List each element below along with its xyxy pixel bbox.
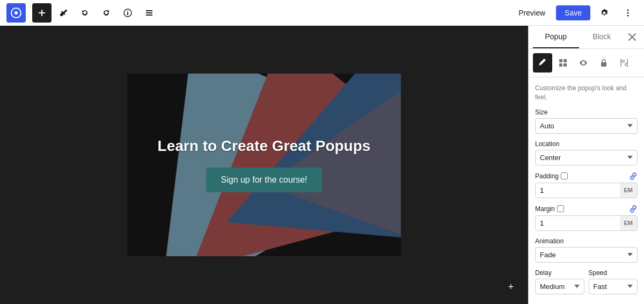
add-block-toolbar-button[interactable] xyxy=(32,3,52,23)
svg-rect-3 xyxy=(39,12,45,13)
sidebar-description: Customize the popup's look and feel. xyxy=(535,84,638,102)
svg-rect-15 xyxy=(559,63,562,67)
svg-point-12 xyxy=(627,15,629,16)
margin-input-group: 1 EM xyxy=(535,215,638,231)
svg-rect-8 xyxy=(146,12,152,13)
margin-link-button[interactable] xyxy=(629,205,638,213)
svg-rect-14 xyxy=(564,59,567,62)
svg-rect-13 xyxy=(559,59,562,62)
margin-input[interactable]: 1 xyxy=(536,216,620,230)
lock-icon-button[interactable] xyxy=(594,53,613,73)
popup-content: Learn to Create Great Popups Sign up for… xyxy=(127,74,401,256)
padding-link-checkbox[interactable] xyxy=(561,172,568,179)
list-view-button[interactable] xyxy=(140,3,159,23)
padding-input-group: 1 EM xyxy=(535,183,638,198)
sidebar-tabs: Popup Block xyxy=(529,26,644,49)
plus-icon: + xyxy=(508,281,514,293)
sidebar-icon-row xyxy=(529,49,644,77)
advanced-icon-button[interactable] xyxy=(614,53,634,73)
popup-title: Learn to Create Great Popups xyxy=(158,137,371,155)
canvas-area: Learn to Create Great Popups Sign up for… xyxy=(0,26,528,304)
padding-label-row: Padding xyxy=(535,172,568,180)
speed-select[interactable]: Slow Normal Fast xyxy=(589,279,638,294)
delay-select[interactable]: None Short Medium Long xyxy=(535,279,584,294)
size-select[interactable]: Auto Small Medium Large Full Width xyxy=(535,118,638,134)
sidebar-close-button[interactable] xyxy=(625,30,640,45)
add-block-button[interactable]: + xyxy=(502,278,519,295)
sidebar: Popup Block Custom xyxy=(528,26,644,304)
preview-button[interactable]: Preview xyxy=(512,5,552,20)
svg-rect-17 xyxy=(601,62,606,67)
location-field-group: Location Center Top Left Top Right Botto… xyxy=(535,140,638,165)
location-label: Location xyxy=(535,140,638,148)
animation-field-group: Animation Fade Slide Zoom None xyxy=(535,237,638,263)
animation-select[interactable]: Fade Slide Zoom None xyxy=(535,247,638,263)
svg-rect-7 xyxy=(146,10,152,11)
svg-point-4 xyxy=(127,11,128,12)
redo-button[interactable] xyxy=(97,3,116,23)
svg-point-1 xyxy=(14,11,18,15)
speed-label: Speed xyxy=(589,269,638,277)
svg-rect-5 xyxy=(127,12,128,15)
padding-unit: EM xyxy=(620,183,638,198)
tab-block[interactable]: Block xyxy=(579,26,625,48)
top-toolbar: Preview Save xyxy=(0,0,644,26)
padding-field-group: Padding 1 EM xyxy=(535,172,638,198)
overlay-toggle-row: Add overlay behind popup xyxy=(535,301,638,304)
margin-unit: EM xyxy=(620,216,638,230)
size-field-group: Size Auto Small Medium Large Full Width xyxy=(535,108,638,134)
svg-point-11 xyxy=(627,12,629,13)
layout-icon-button[interactable] xyxy=(553,53,573,73)
style-icon-button[interactable] xyxy=(533,53,552,73)
margin-link-checkbox[interactable] xyxy=(557,205,564,212)
padding-link-button[interactable] xyxy=(629,172,638,180)
settings-button[interactable] xyxy=(595,3,614,23)
visibility-icon-button[interactable] xyxy=(574,53,593,73)
margin-label-row: Margin xyxy=(535,205,564,213)
size-label: Size xyxy=(535,108,638,116)
padding-input[interactable]: 1 xyxy=(536,183,620,198)
svg-point-10 xyxy=(627,9,629,11)
delay-speed-row: Delay None Short Medium Long Speed Slow … xyxy=(535,269,638,294)
delay-field-group: Delay None Short Medium Long xyxy=(535,269,584,294)
svg-rect-16 xyxy=(564,63,567,67)
location-select[interactable]: Center Top Left Top Right Bottom Left Bo… xyxy=(535,150,638,165)
popup-cta-button[interactable]: Sign up for the course! xyxy=(206,168,323,192)
logo xyxy=(6,3,26,23)
margin-label: Margin xyxy=(535,205,555,213)
delay-label: Delay xyxy=(535,269,584,277)
main-area: Learn to Create Great Popups Sign up for… xyxy=(0,26,644,304)
padding-label: Padding xyxy=(535,172,559,180)
tab-popup[interactable]: Popup xyxy=(533,26,579,48)
more-options-button[interactable] xyxy=(618,3,638,23)
speed-field-group: Speed Slow Normal Fast xyxy=(589,269,638,294)
animation-label: Animation xyxy=(535,237,638,245)
info-button[interactable] xyxy=(118,3,137,23)
svg-rect-9 xyxy=(146,15,152,16)
save-button[interactable]: Save xyxy=(556,5,590,20)
popup-preview: Learn to Create Great Popups Sign up for… xyxy=(127,74,401,256)
tools-button[interactable] xyxy=(54,3,73,23)
undo-button[interactable] xyxy=(75,3,94,23)
margin-field-group: Margin 1 EM xyxy=(535,205,638,231)
sidebar-body: Customize the popup's look and feel. Siz… xyxy=(529,77,644,304)
